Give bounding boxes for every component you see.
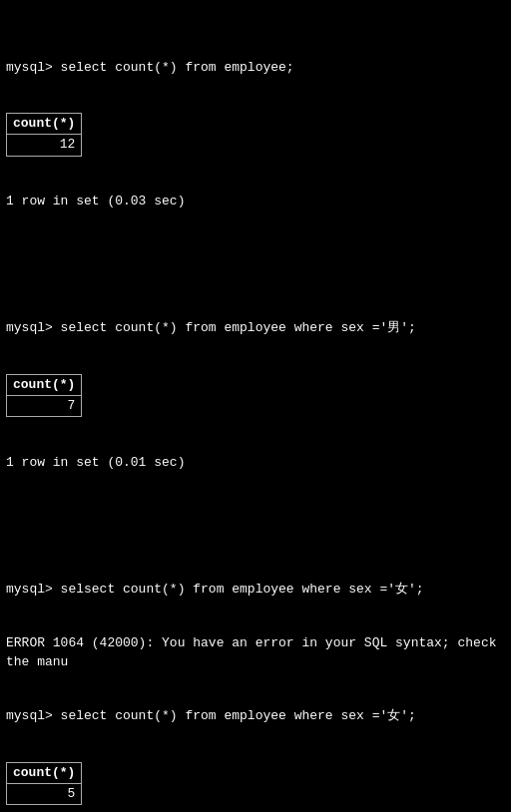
spacer-2 [6, 508, 505, 526]
prompt-2: mysql> select count(*) from employee whe… [6, 319, 505, 337]
error-3: ERROR 1064 (42000): You have an error in… [6, 634, 505, 670]
prompt-3a: mysql> selsect count(*) from employee wh… [6, 581, 505, 599]
result-1: 1 row in set (0.03 sec) [6, 193, 505, 210]
result-2: 1 row in set (0.01 sec) [6, 454, 505, 472]
prompt-3b: mysql> select count(*) from employee whe… [6, 707, 505, 725]
table-1: count(*) 12 [6, 113, 82, 156]
terminal: mysql> select count(*) from employee; co… [6, 4, 505, 812]
table-1-value: 12 [7, 135, 82, 156]
table-2-header: count(*) [7, 374, 82, 395]
prompt-1: mysql> select count(*) from employee; [6, 59, 505, 77]
spacer-1 [6, 246, 505, 264]
table-3-header: count(*) [7, 762, 82, 783]
table-2: count(*) 7 [6, 374, 82, 417]
table-1-header: count(*) [7, 114, 82, 135]
table-2-value: 7 [7, 395, 82, 416]
table-3-value: 5 [7, 783, 82, 804]
table-3: count(*) 5 [6, 762, 82, 805]
